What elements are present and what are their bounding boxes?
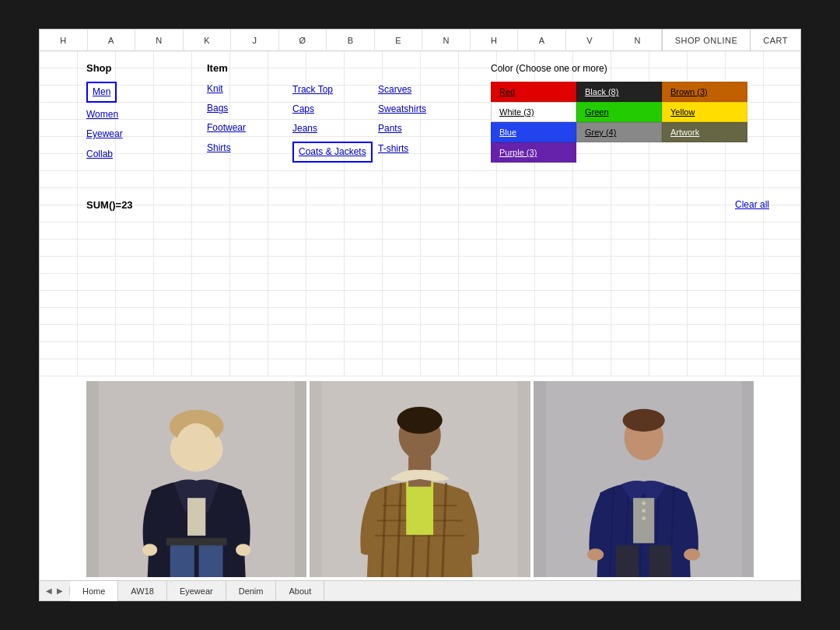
tab-aw18[interactable]: AW18	[118, 581, 167, 601]
top-nav-right: SHOP ONLINE CART	[662, 30, 800, 51]
product-image-1	[86, 381, 306, 577]
color-red[interactable]: Red	[491, 82, 576, 102]
svg-rect-4	[187, 498, 205, 535]
color-purple[interactable]: Purple (3)	[491, 142, 576, 163]
item-section3: Scarves Sweatshirts Pants T-shirts	[378, 62, 426, 161]
shop-section: Shop Men Women Eyewear Collab	[86, 62, 123, 166]
item-header: Item	[207, 62, 246, 74]
svg-point-5	[142, 544, 157, 556]
tab-denim[interactable]: Denim	[226, 581, 277, 601]
item-caps-link[interactable]: Caps	[292, 102, 373, 117]
color-subheader: (Choose one or more)	[516, 63, 607, 74]
next-tab-arrow[interactable]: ▶	[55, 586, 65, 595]
tab-about[interactable]: About	[276, 581, 324, 601]
svg-point-33	[642, 509, 646, 513]
svg-rect-37	[615, 545, 638, 577]
nav-letter: H	[471, 30, 519, 51]
tab-eyewear[interactable]: Eyewear	[167, 581, 226, 601]
item-coats-link[interactable]: Coats & Jackets	[292, 142, 373, 163]
tab-navigation-arrows: ◀ ▶	[40, 586, 70, 595]
color-section: Color (Choose one or more) Red Black (8)…	[491, 62, 747, 163]
clear-all-button[interactable]: Clear all	[735, 199, 769, 210]
svg-point-3	[176, 423, 218, 471]
tab-home[interactable]: Home	[70, 581, 118, 601]
spreadsheet-app: H A N K J Ø B E N H A V N SHOP ONLINE CA…	[39, 29, 801, 601]
nav-letter: N	[614, 30, 662, 51]
nav-letter: K	[184, 30, 232, 51]
item-section: Item Knit Bags Footwear Shirts	[207, 62, 246, 160]
nav-letter: A	[518, 30, 566, 51]
svg-point-34	[642, 516, 646, 520]
svg-point-6	[236, 544, 250, 556]
svg-point-12	[397, 407, 443, 434]
shop-men-link[interactable]: Men	[86, 82, 117, 103]
nav-letter: H	[40, 30, 88, 51]
nav-letter: N	[422, 30, 471, 51]
color-white[interactable]: White (3)	[491, 102, 576, 122]
top-nav: H A N K J Ø B E N H A V N SHOP ONLINE CA…	[40, 30, 800, 51]
product-card-1[interactable]	[86, 381, 306, 577]
color-grey[interactable]: Grey (4)	[576, 122, 662, 142]
color-brown[interactable]: Brown (3)	[662, 82, 747, 102]
shop-eyewear-link[interactable]: Eyewear	[86, 127, 123, 142]
nav-letters: H A N K J Ø B E N H A V N	[40, 30, 662, 51]
item-tracktop-link[interactable]: Track Top	[292, 82, 373, 97]
item-pants-link[interactable]: Pants	[378, 121, 426, 136]
item-knit-link[interactable]: Knit	[207, 82, 246, 96]
color-artwork[interactable]: Artwork	[662, 122, 747, 142]
item-scarves-link[interactable]: Scarves	[378, 82, 426, 97]
svg-rect-9	[166, 538, 227, 546]
item-sweatshirts-link[interactable]: Sweatshirts	[378, 102, 426, 117]
svg-rect-21	[407, 482, 434, 535]
product-card-3[interactable]	[534, 381, 754, 577]
item-tshirts-link[interactable]: T-shirts	[378, 142, 426, 156]
nav-letter: A	[88, 30, 136, 51]
item-section2: Track Top Caps Jeans Coats & Jackets	[292, 62, 373, 167]
item-bags-link[interactable]: Bags	[207, 101, 246, 116]
color-black[interactable]: Black (8)	[576, 82, 662, 102]
svg-rect-38	[649, 545, 671, 577]
svg-point-35	[587, 548, 604, 561]
color-green[interactable]: Green	[576, 102, 662, 122]
product-image-3	[534, 381, 754, 577]
main-area: // This will be rendered below Shop Men …	[40, 51, 800, 378]
shop-women-link[interactable]: Women	[86, 107, 123, 122]
sum-area: SUM()=23	[86, 199, 133, 211]
shop-collab-link[interactable]: Collab	[86, 147, 123, 162]
products-area	[40, 378, 800, 580]
color-title: Color	[491, 63, 513, 74]
shop-online-button[interactable]: SHOP ONLINE	[662, 30, 751, 51]
color-grid: Red Black (8) Brown (3) White (3) Green …	[491, 82, 747, 163]
svg-rect-8	[199, 543, 223, 577]
product-image-2	[310, 381, 530, 577]
shop-header: Shop	[86, 62, 123, 74]
svg-point-32	[642, 502, 646, 506]
svg-point-25	[622, 409, 664, 432]
item-shirts-link[interactable]: Shirts	[207, 141, 246, 156]
nav-letter: J	[231, 30, 279, 51]
item-footwear-link[interactable]: Footwear	[207, 121, 246, 135]
prev-tab-arrow[interactable]: ◀	[44, 586, 54, 595]
svg-point-36	[684, 548, 700, 561]
product-card-2[interactable]	[310, 381, 530, 577]
nav-letter: E	[375, 30, 423, 51]
color-blue[interactable]: Blue	[491, 122, 576, 142]
svg-rect-7	[170, 543, 194, 577]
bottom-tabs: ◀ ▶ Home AW18 Eyewear Denim About	[40, 580, 800, 600]
nav-letter: N	[135, 30, 184, 51]
color-header: Color (Choose one or more)	[491, 62, 747, 74]
item-jeans-link[interactable]: Jeans	[292, 121, 373, 136]
color-yellow[interactable]: Yellow	[662, 102, 747, 122]
cart-button[interactable]: CART	[750, 30, 800, 51]
nav-letter: V	[566, 30, 614, 51]
nav-letter: B	[327, 30, 375, 51]
nav-letter: Ø	[279, 30, 327, 51]
